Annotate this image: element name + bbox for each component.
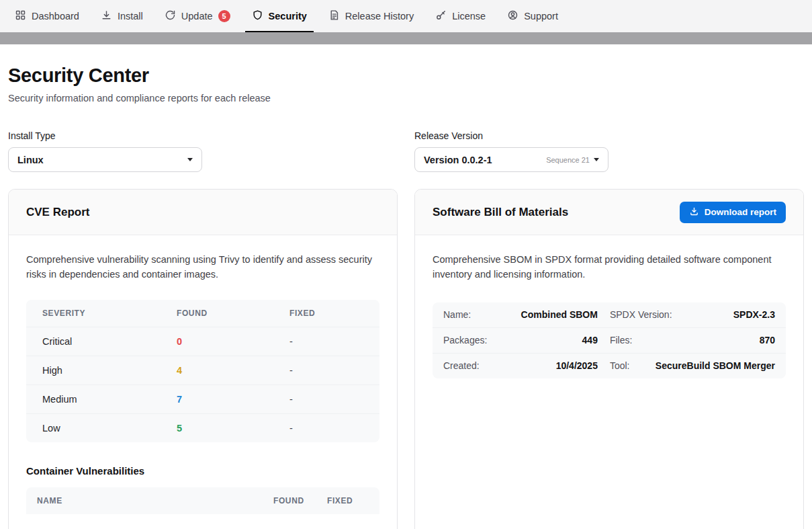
download-report-button[interactable]: Download report	[680, 202, 786, 223]
download-report-label: Download report	[705, 207, 776, 217]
sbom-body: Comprehensive SBOM in SPDX format provid…	[415, 235, 803, 396]
nav-tab-release-history[interactable]: Release History	[318, 0, 424, 32]
nav-tab-dashboard[interactable]: Dashboard	[4, 0, 90, 32]
sbom-card: Software Bill of Materials Download repo…	[414, 189, 804, 529]
severity-table: SEVERITY FOUND FIXED Critical 0 - High 4…	[26, 300, 379, 442]
nav-tab-update[interactable]: Update 5	[154, 0, 241, 32]
nav-tab-license[interactable]: License	[424, 0, 496, 32]
top-navigation: Dashboard Install Update 5 Security Rele…	[0, 0, 812, 32]
info-label: Files:	[610, 335, 632, 345]
sbom-description: Comprehensive SBOM in SPDX format provid…	[433, 253, 782, 282]
found-count: 7	[177, 394, 289, 405]
cve-report-title: CVE Report	[26, 206, 89, 219]
cve-report-header: CVE Report	[9, 190, 397, 235]
column-header: FIXED	[327, 496, 369, 505]
nav-tab-install[interactable]: Install	[90, 0, 154, 32]
divider-strip	[0, 32, 812, 44]
column-header: NAME	[37, 496, 273, 505]
info-value: Combined SBOM	[521, 309, 598, 320]
nav-label: Release History	[345, 11, 414, 22]
release-version-select[interactable]: Version 0.0.2-1 Sequence 21	[414, 147, 608, 172]
cve-report-body: Comprehensive vulnerability scanning usi…	[9, 235, 397, 529]
column-header: FIXED	[289, 309, 363, 318]
download-icon	[689, 206, 699, 218]
severity-label: High	[42, 365, 177, 376]
fixed-count: -	[289, 394, 363, 405]
info-pair: SPDX Version: SPDX-2.3	[610, 309, 775, 321]
download-icon	[101, 9, 112, 23]
column-header: SEVERITY	[42, 309, 177, 318]
release-version-value: Version 0.0.2-1	[424, 155, 492, 165]
sbom-info-grid: Name: Combined SBOM SPDX Version: SPDX-2…	[433, 302, 786, 378]
info-value: 870	[760, 335, 775, 345]
severity-label: Medium	[42, 394, 177, 405]
install-type-value: Linux	[17, 155, 44, 165]
sbom-info-row: Name: Combined SBOM SPDX Version: SPDX-2…	[433, 302, 786, 327]
info-label: Name:	[443, 309, 471, 320]
info-label: Tool:	[610, 360, 630, 371]
page-title: Security Center	[8, 65, 804, 87]
column-header: FOUND	[177, 309, 289, 318]
nav-label: Dashboard	[32, 11, 79, 22]
nav-label: License	[452, 11, 486, 22]
shield-icon	[252, 9, 263, 23]
fixed-count: -	[289, 336, 363, 347]
headset-icon	[507, 9, 518, 23]
sbom-title: Software Bill of Materials	[433, 206, 568, 219]
info-value: 449	[582, 335, 598, 345]
sbom-info-row: Packages: 449 Files: 870	[433, 327, 786, 353]
release-version-label: Release Version	[414, 130, 804, 141]
sbom-header: Software Bill of Materials Download repo…	[415, 190, 803, 235]
info-value: 10/4/2025	[556, 360, 598, 371]
table-row: Critical 0 -	[26, 327, 379, 356]
sbom-info-row: Created: 10/4/2025 Tool: SecureBuild SBO…	[433, 353, 786, 378]
column-header: FOUND	[273, 496, 327, 505]
nav-label: Update	[181, 11, 213, 22]
info-pair: Packages: 449	[443, 334, 598, 347]
info-pair: Tool: SecureBuild SBOM Merger	[610, 360, 775, 372]
chevron-down-icon	[187, 158, 193, 161]
fixed-count: -	[289, 365, 363, 376]
info-label: SPDX Version:	[610, 309, 672, 320]
table-row: Medium 7 -	[26, 384, 379, 413]
table-row: Low 5 -	[26, 413, 379, 442]
info-pair: Files: 870	[610, 334, 775, 347]
info-value: SecureBuild SBOM Merger	[656, 360, 775, 371]
container-vulnerabilities-title: Container Vulnerabilities	[26, 465, 379, 477]
sequence-hint: Sequence 21	[546, 156, 590, 164]
container-vulnerabilities-table: NAME FOUND FIXED	[26, 487, 379, 514]
nav-tab-security[interactable]: Security	[241, 0, 318, 32]
key-icon	[435, 9, 447, 23]
severity-label: Low	[42, 423, 177, 434]
info-label: Created:	[443, 360, 480, 371]
found-count: 0	[177, 336, 289, 347]
chevron-down-icon	[594, 158, 599, 161]
found-count: 4	[177, 365, 289, 376]
cve-report-description: Comprehensive vulnerability scanning usi…	[26, 253, 375, 282]
dashboard-grid-icon	[15, 9, 26, 23]
nav-label: Support	[524, 11, 558, 22]
filters-row: Install Type Linux Release Version Versi…	[8, 130, 804, 172]
nav-label: Install	[118, 11, 143, 22]
severity-label: Critical	[42, 336, 177, 347]
info-pair: Name: Combined SBOM	[443, 309, 598, 321]
install-type-filter: Install Type Linux	[8, 130, 398, 172]
install-type-select[interactable]: Linux	[8, 147, 202, 172]
info-label: Packages:	[443, 335, 487, 345]
page-subtitle: Security information and compliance repo…	[8, 93, 804, 104]
security-center-page: Security Center Security information and…	[0, 65, 812, 529]
report-cards: CVE Report Comprehensive vulnerability s…	[8, 189, 804, 529]
update-count-badge: 5	[218, 10, 230, 22]
severity-table-header: SEVERITY FOUND FIXED	[26, 300, 379, 327]
install-type-label: Install Type	[8, 130, 398, 141]
document-icon	[328, 9, 340, 23]
nav-tab-support[interactable]: Support	[496, 0, 569, 32]
nav-label: Security	[269, 11, 307, 22]
fixed-count: -	[289, 423, 363, 434]
found-count: 5	[177, 423, 289, 434]
release-version-filter: Release Version Version 0.0.2-1 Sequence…	[414, 130, 804, 172]
table-row: High 4 -	[26, 356, 379, 384]
refresh-icon	[165, 9, 176, 23]
info-value: SPDX-2.3	[733, 309, 775, 320]
info-pair: Created: 10/4/2025	[443, 360, 598, 372]
